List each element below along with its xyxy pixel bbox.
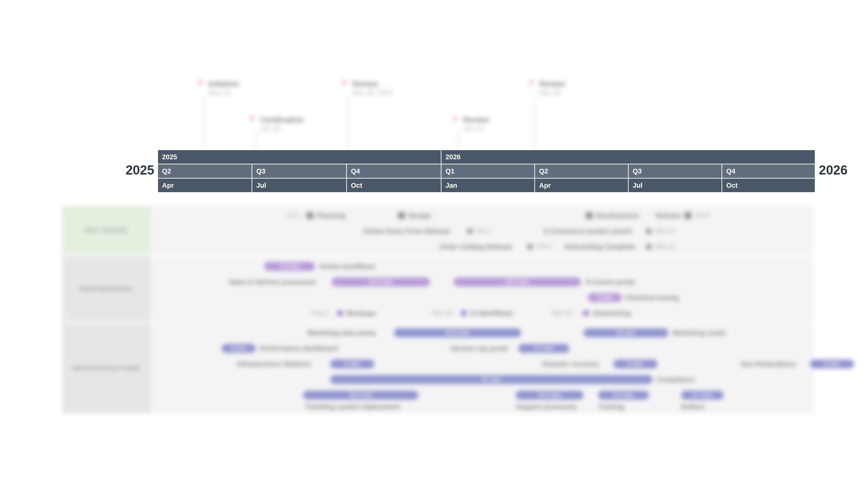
milestone-title: Review <box>463 116 489 124</box>
square-icon <box>307 212 313 219</box>
task-bar: 41 wks <box>330 375 652 384</box>
square-icon <box>398 212 405 219</box>
timescale-year: 2026 <box>441 150 815 164</box>
timescale-quarter: Q2 <box>535 164 629 178</box>
milestone-flag: ReviewSep 30, 2023 <box>341 80 393 97</box>
milestone-date: Jan 13 <box>463 124 489 133</box>
swimlanes: KEY DATES Jul 1 Planning Design Developm… <box>62 206 814 415</box>
lane-header: INFRASTRUCTURE <box>62 323 151 414</box>
flag-icon <box>452 116 460 123</box>
timescale-month: Oct <box>347 179 441 192</box>
timescale-quarter: Q2 <box>158 164 252 178</box>
timescale-quarters: Q2 Q3 Q4 Q1 Q2 Q3 Q4 <box>158 164 815 178</box>
task-bar: 12.9 wks <box>332 278 430 286</box>
task-bar: 16.8 wks <box>394 328 521 337</box>
lane-key-dates: KEY DATES Jul 1 Planning Design Developm… <box>62 206 814 255</box>
task-bar: 12 wks <box>584 328 668 337</box>
milestone-date: Jun 30 <box>260 124 303 133</box>
flag-icon <box>529 80 536 87</box>
milestone-flag: ReviewMar 28 <box>529 80 565 97</box>
milestone-flag: CertificationJun 30 <box>249 116 303 133</box>
timescale-month: Jul <box>252 179 347 192</box>
task-bar: 15.4 wks <box>303 391 418 400</box>
milestone-flag: ReviewJan 13 <box>452 116 489 133</box>
timescale: 2025 2026 Q2 Q3 Q4 Q1 Q2 Q3 Q4 Apr Jul O… <box>158 150 815 192</box>
milestone-date: May 10 <box>208 88 239 97</box>
task-bar: 6.2 wks <box>598 391 649 400</box>
task-bar: 7.2 wks <box>518 344 569 353</box>
milestone-title: Certification <box>260 116 303 124</box>
task-bar: 6 wks <box>330 360 374 368</box>
timescale-quarter: Q3 <box>629 164 722 178</box>
dot-icon <box>646 244 652 250</box>
timescale-month: Oct <box>722 179 815 192</box>
timescale-month: Apr <box>158 179 252 192</box>
dot-icon <box>646 228 652 234</box>
milestone-date: Mar 28 <box>539 88 565 97</box>
flag-icon <box>249 116 257 123</box>
year-label-left: 2025 <box>125 163 154 178</box>
timescale-month: Apr <box>535 179 629 192</box>
task-bar: 5.7 wks <box>681 391 724 400</box>
task-bar: 5 wks <box>588 293 622 302</box>
task-bar: 7.9 wks <box>264 262 315 271</box>
milestone-title: Review <box>539 80 565 88</box>
timescale-month: Jul <box>629 179 722 192</box>
year-label-right: 2026 <box>819 163 848 178</box>
task-bar: 6 wks <box>613 360 657 368</box>
milestone-title: Review <box>352 80 393 88</box>
lane-header: ENGINEERING <box>62 257 151 322</box>
timescale-quarter: Q3 <box>252 164 347 178</box>
dot-icon <box>337 310 343 316</box>
timescale-quarter: Q4 <box>722 164 815 178</box>
square-icon <box>586 212 593 219</box>
milestone-flag: InitiationMay 10 <box>197 80 239 97</box>
task-bar: 6 wks <box>810 360 854 368</box>
dot-icon <box>461 310 467 316</box>
timescale-years: 2025 2026 <box>158 150 815 164</box>
flag-icon <box>341 80 349 87</box>
dot-icon <box>583 310 589 316</box>
timescale-quarter: Q1 <box>441 164 535 178</box>
milestone-title: Initiation <box>208 80 239 88</box>
square-icon <box>685 212 691 219</box>
task-bar: 10.4 wks <box>516 391 584 400</box>
task-bar: 18.2 wks <box>454 278 581 286</box>
task-bar: 4 wks <box>222 344 256 353</box>
flag-icon <box>197 80 205 87</box>
milestone-date: Sep 30, 2023 <box>352 88 393 97</box>
timescale-month: Jan <box>441 179 535 192</box>
dot-icon <box>527 244 533 250</box>
dot-icon <box>467 228 473 234</box>
timescale-months: Apr Jul Oct Jan Apr Jul Oct <box>158 178 815 192</box>
lane-infrastructure: INFRASTRUCTURE Marketing data pump 16.8 … <box>62 323 814 414</box>
timescale-quarter: Q4 <box>347 164 441 178</box>
lane-header: KEY DATES <box>62 206 151 255</box>
lane-engineering: ENGINEERING 7.9 wks Online workflows Sal… <box>62 257 814 322</box>
timescale-year: 2025 <box>158 150 441 164</box>
